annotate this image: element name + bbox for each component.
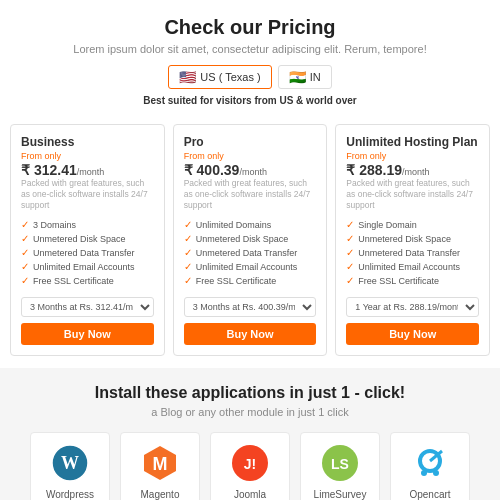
- us-flag: 🇺🇸: [179, 69, 196, 85]
- check-icon: ✓: [21, 261, 29, 272]
- pro-buy-button[interactable]: Buy Now: [184, 323, 317, 345]
- svg-text:LS: LS: [331, 456, 349, 472]
- check-icon: ✓: [346, 219, 354, 230]
- check-icon: ✓: [21, 275, 29, 286]
- location-tab-us[interactable]: 🇺🇸 US ( Texas ): [168, 65, 271, 89]
- joomla-label: Joomla: [234, 489, 266, 500]
- wordpress-icon: W: [50, 443, 90, 483]
- opencart-label: Opencart: [409, 489, 450, 500]
- best-suited-text: Best suited for visitors from US & world…: [20, 95, 480, 106]
- check-icon: ✓: [346, 261, 354, 272]
- feature-item: ✓Free SSL Certificate: [184, 275, 317, 286]
- feature-item: ✓Single Domain: [346, 219, 479, 230]
- business-desc: Packed with great features, such as one-…: [21, 178, 154, 211]
- pricing-section: Business From only ₹ 312.41/month Packed…: [0, 124, 500, 368]
- business-title: Business: [21, 135, 154, 149]
- check-icon: ✓: [21, 233, 29, 244]
- magento-label: Magento: [141, 489, 180, 500]
- check-icon: ✓: [184, 247, 192, 258]
- magento-icon: M: [140, 443, 180, 483]
- feature-item: ✓Unmetered Data Transfer: [346, 247, 479, 258]
- feature-item: ✓Free SSL Certificate: [21, 275, 154, 286]
- in-label: IN: [310, 71, 321, 83]
- unlimited-from: From only: [346, 151, 479, 161]
- unlimited-desc: Packed with great features, such as one-…: [346, 178, 479, 211]
- svg-text:W: W: [61, 453, 79, 473]
- check-icon: ✓: [21, 219, 29, 230]
- unlimited-price: ₹ 288.19/month: [346, 162, 479, 178]
- check-icon: ✓: [346, 275, 354, 286]
- svg-point-10: [421, 470, 427, 476]
- pro-desc: Packed with great features, such as one-…: [184, 178, 317, 211]
- business-from: From only: [21, 151, 154, 161]
- pro-title: Pro: [184, 135, 317, 149]
- us-label: US ( Texas ): [200, 71, 260, 83]
- install-section: Install these applications in just 1 - c…: [0, 368, 500, 500]
- feature-item: ✓Unmetered Data Transfer: [184, 247, 317, 258]
- app-item-joomla[interactable]: J! Joomla: [210, 432, 290, 500]
- location-tab-in[interactable]: 🇮🇳 IN: [278, 65, 332, 89]
- business-buy-button[interactable]: Buy Now: [21, 323, 154, 345]
- feature-item: ✓Unlimited Email Accounts: [184, 261, 317, 272]
- feature-item: ✓Unmetered Disk Space: [346, 233, 479, 244]
- joomla-icon: J!: [230, 443, 270, 483]
- in-flag: 🇮🇳: [289, 69, 306, 85]
- feature-item: ✓Unmetered Disk Space: [21, 233, 154, 244]
- app-item-limesurvey[interactable]: LS LimeSurvey: [300, 432, 380, 500]
- apps-grid: W Wordpress M Magento: [20, 432, 480, 500]
- pricing-card-unlimited: Unlimited Hosting Plan From only ₹ 288.1…: [335, 124, 490, 356]
- location-tabs: 🇺🇸 US ( Texas ) 🇮🇳 IN: [20, 65, 480, 89]
- check-icon: ✓: [184, 275, 192, 286]
- business-features: ✓3 Domains ✓Unmetered Disk Space ✓Unmete…: [21, 219, 154, 289]
- check-icon: ✓: [346, 233, 354, 244]
- svg-text:J!: J!: [244, 456, 256, 472]
- install-title: Install these applications in just 1 - c…: [20, 384, 480, 402]
- unlimited-title: Unlimited Hosting Plan: [346, 135, 479, 149]
- install-subtitle: a Blog or any other module in just 1 cli…: [20, 406, 480, 418]
- app-item-magento[interactable]: M Magento: [120, 432, 200, 500]
- feature-item: ✓Unmetered Disk Space: [184, 233, 317, 244]
- app-item-wordpress[interactable]: W Wordpress: [30, 432, 110, 500]
- check-icon: ✓: [184, 219, 192, 230]
- page-wrapper: Check our Pricing Lorem ipsum dolor sit …: [0, 0, 500, 500]
- app-item-opencart[interactable]: Opencart: [390, 432, 470, 500]
- svg-point-11: [433, 470, 439, 476]
- check-icon: ✓: [346, 247, 354, 258]
- pricing-card-pro: Pro From only ₹ 400.39/month Packed with…: [173, 124, 328, 356]
- pricing-card-business: Business From only ₹ 312.41/month Packed…: [10, 124, 165, 356]
- header-subtitle: Lorem ipsum dolor sit amet, consectetur …: [20, 43, 480, 55]
- pro-plan-select[interactable]: 3 Months at Rs. 400.39/month: [184, 297, 317, 317]
- feature-item: ✓Unlimited Email Accounts: [346, 261, 479, 272]
- pro-from: From only: [184, 151, 317, 161]
- page-title: Check our Pricing: [20, 16, 480, 39]
- pro-features: ✓Unlimited Domains ✓Unmetered Disk Space…: [184, 219, 317, 289]
- unlimited-features: ✓Single Domain ✓Unmetered Disk Space ✓Un…: [346, 219, 479, 289]
- header-section: Check our Pricing Lorem ipsum dolor sit …: [0, 0, 500, 124]
- check-icon: ✓: [184, 233, 192, 244]
- feature-item: ✓Unlimited Email Accounts: [21, 261, 154, 272]
- feature-item: ✓Free SSL Certificate: [346, 275, 479, 286]
- feature-item: ✓3 Domains: [21, 219, 154, 230]
- feature-item: ✓Unmetered Data Transfer: [21, 247, 154, 258]
- feature-item: ✓Unlimited Domains: [184, 219, 317, 230]
- business-plan-select[interactable]: 3 Months at Rs. 312.41/month: [21, 297, 154, 317]
- check-icon: ✓: [184, 261, 192, 272]
- limesurvey-label: LimeSurvey: [314, 489, 367, 500]
- svg-text:M: M: [153, 454, 168, 474]
- pro-price: ₹ 400.39/month: [184, 162, 317, 178]
- unlimited-plan-select[interactable]: 1 Year at Rs. 288.19/month: [346, 297, 479, 317]
- limesurvey-icon: LS: [320, 443, 360, 483]
- business-price: ₹ 312.41/month: [21, 162, 154, 178]
- wordpress-label: Wordpress: [46, 489, 94, 500]
- check-icon: ✓: [21, 247, 29, 258]
- unlimited-buy-button[interactable]: Buy Now: [346, 323, 479, 345]
- opencart-icon: [410, 443, 450, 483]
